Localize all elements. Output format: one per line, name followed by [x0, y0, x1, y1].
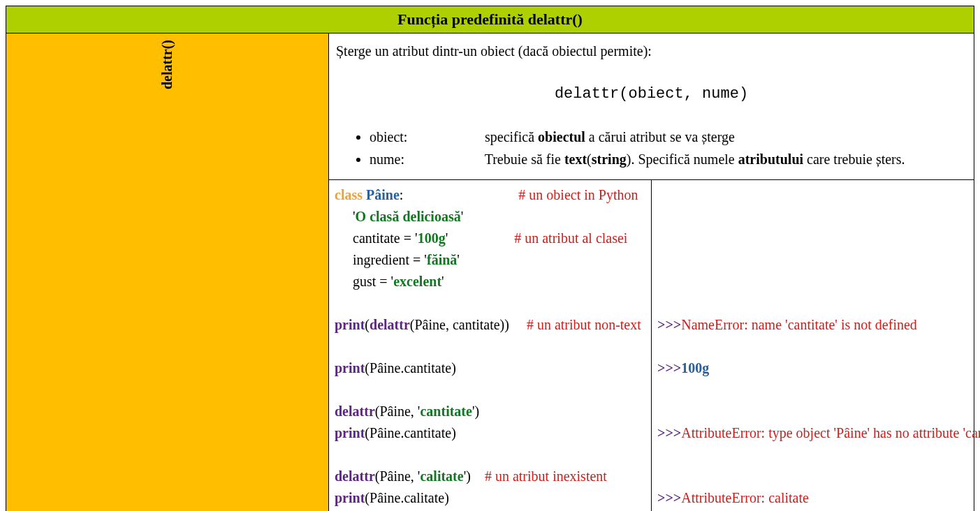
code-line: print(Pâine.cantitate): [335, 357, 645, 379]
desc-signature: delattr(obiect, nume): [336, 82, 967, 105]
description-cell: Șterge un atribut dintr-un obiect (dacă …: [329, 34, 974, 180]
sidebar-label: delattr(): [159, 34, 175, 95]
param-text: Trebuie să fie text(string). Specifică n…: [485, 151, 905, 167]
code-line: [335, 379, 645, 401]
code-line: class Pâine: # un obiect in Python: [335, 184, 645, 206]
code-line: [335, 336, 645, 357]
param-name: nume:: [370, 149, 481, 170]
code-line: print(Pâine.calitate): [335, 487, 645, 509]
table-header: Funcția predefinită delattr(): [6, 6, 974, 34]
output-line: >>>AttributeError: type object 'Pâine' h…: [657, 422, 968, 444]
code-line: delattr(Pâine, 'cantitate'): [335, 401, 645, 422]
code-cell: class Pâine: # un obiect in Python 'O cl…: [329, 180, 652, 512]
sidebar-label-cell: delattr(): [6, 34, 329, 512]
code-line: 'O clasă delicioasă': [335, 206, 645, 228]
delattr-table: Funcția predefinită delattr() delattr() …: [6, 6, 974, 511]
output-line: >>>AttributeError: calitate: [657, 487, 968, 509]
code-line: print(Pâine.cantitate): [335, 422, 645, 444]
output-cell: >>>NameError: name 'cantitate' is not de…: [652, 180, 974, 512]
code-line: ingredient = 'făină': [335, 249, 645, 271]
code-line: [335, 444, 645, 466]
desc-intro: Șterge un atribut dintr-un obiect (dacă …: [336, 40, 967, 61]
output-line: >>>NameError: name 'cantitate' is not de…: [657, 314, 968, 336]
param-nume: nume: Trebuie să fie text(string). Speci…: [370, 149, 967, 170]
param-name: obiect:: [370, 126, 481, 147]
param-list: obiect: specifică obiectul a cărui atrib…: [336, 126, 967, 170]
code-line: [335, 292, 645, 314]
output-line: >>>100g: [657, 357, 968, 379]
param-text: specifică obiectul a cărui atribut se va…: [485, 129, 735, 145]
code-line: delattr(Pâine, 'calitate') # un atribut …: [335, 466, 645, 487]
code-line: print(delattr(Pâine, cantitate)) # un at…: [335, 314, 645, 336]
code-line: gust = 'excelent': [335, 271, 645, 292]
param-obiect: obiect: specifică obiectul a cărui atrib…: [370, 126, 967, 147]
code-line: cantitate = '100g' # un atribut al clase…: [335, 228, 645, 249]
header-title: Funcția predefinită delattr(): [397, 10, 583, 28]
